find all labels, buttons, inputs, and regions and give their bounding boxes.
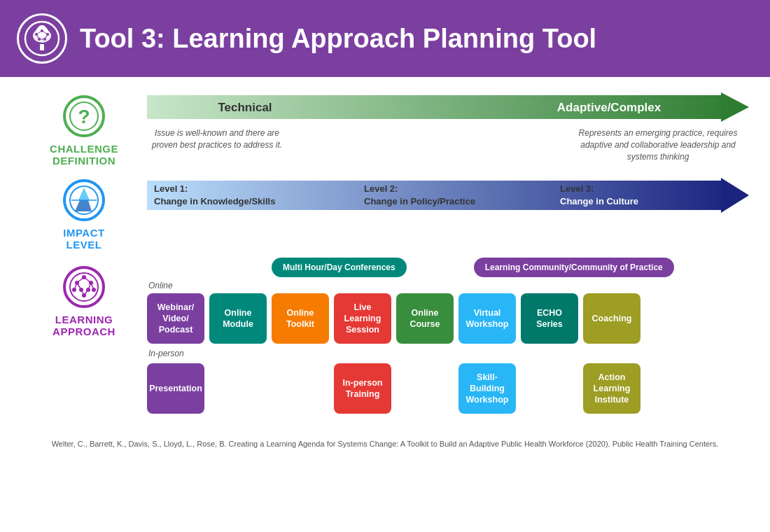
card-online-toolkit: OnlineToolkit	[272, 293, 329, 344]
tree-icon	[24, 20, 60, 57]
card-skill-building: Skill-BuildingWorkshop	[458, 363, 516, 414]
learning-section: LEARNING APPROACH Multi Hour/Day Confere…	[21, 258, 749, 414]
impact-line1: IMPACT	[63, 227, 104, 239]
svg-text:Level 1:: Level 1:	[154, 183, 188, 194]
impact-icon	[62, 178, 106, 223]
challenge-desc-left: Issue is well-known and there are proven…	[147, 127, 287, 162]
impact-section: IMPACT LEVEL Level	[21, 175, 749, 251]
online-cards-row: Webinar/Video/Podcast OnlineModule Onlin…	[147, 293, 749, 344]
card-live-learning: LiveLearningSession	[334, 293, 391, 344]
impact-arrow-svg: Level 1: Change in Knowledge/Skills Leve…	[147, 175, 749, 216]
challenge-label: ? CHALLENGE DEFINITION	[21, 91, 147, 167]
learning-line2: APPROACH	[52, 326, 115, 337]
impact-label-text: IMPACT LEVEL	[63, 227, 104, 251]
svg-text:Change in Knowledge/Skills: Change in Knowledge/Skills	[154, 196, 275, 206]
svg-text:?: ?	[78, 106, 90, 127]
learning-label: LEARNING APPROACH	[21, 258, 147, 337]
svg-text:Level 2:: Level 2:	[364, 183, 398, 194]
banners-row: Multi Hour/Day Conferences Learning Comm…	[209, 258, 749, 277]
impact-label: IMPACT LEVEL	[21, 175, 147, 251]
card-presentation: Presentation	[147, 363, 204, 414]
learning-icon	[62, 265, 106, 309]
svg-text:Technical: Technical	[218, 101, 272, 114]
header: Tool 3: Learning Approach Planning Tool	[0, 0, 770, 77]
footer-citation: Welter, C., Barrett, K., Davis, S., Lloy…	[52, 440, 719, 448]
challenge-descriptions: Issue is well-known and there are proven…	[147, 127, 749, 162]
svg-text:Change in Policy/Practice: Change in Policy/Practice	[364, 196, 475, 206]
svg-marker-28	[721, 178, 749, 213]
card-online-course: OnlineCourse	[396, 293, 454, 344]
svg-text:Level 3:: Level 3:	[560, 183, 594, 194]
svg-text:Adaptive/Complex: Adaptive/Complex	[557, 101, 662, 114]
impact-arrow-row: Level 1: Change in Knowledge/Skills Leve…	[147, 175, 749, 216]
banner-learning-community: Learning Community/Community of Practice	[474, 258, 674, 277]
svg-marker-19	[721, 92, 749, 122]
learning-line1: LEARNING	[55, 314, 113, 326]
challenge-line1: CHALLENGE	[50, 143, 118, 155]
card-virtual-workshop: VirtualWorkshop	[458, 293, 516, 344]
impact-line2: LEVEL	[66, 239, 102, 251]
challenge-label-text: CHALLENGE DEFINITION	[50, 143, 118, 167]
online-label: Online	[148, 281, 749, 290]
learning-label-text: LEARNING APPROACH	[52, 314, 115, 337]
challenge-arrow-svg: Technical Adaptive/Complex	[147, 91, 749, 123]
card-online-module: OnlineModule	[209, 293, 267, 344]
card-inperson-training: In-personTraining	[334, 363, 391, 414]
challenge-arrow-container: Technical Adaptive/Complex Issue is well…	[147, 91, 749, 168]
challenge-section: ? CHALLENGE DEFINITION	[21, 91, 749, 168]
challenge-icon: ?	[62, 94, 106, 139]
header-logo	[17, 13, 67, 64]
inperson-label: In-person	[148, 349, 749, 358]
challenge-desc-right: Represents an emerging practice, require…	[567, 127, 749, 162]
card-action-learning: ActionLearningInstitute	[583, 363, 640, 414]
banner-multi-hour: Multi Hour/Day Conferences	[272, 258, 407, 277]
learning-content: Multi Hour/Day Conferences Learning Comm…	[147, 258, 749, 414]
card-echo-series: ECHOSeries	[521, 293, 578, 344]
challenge-content: Technical Adaptive/Complex Issue is well…	[147, 91, 749, 168]
main-content: ? CHALLENGE DEFINITION	[0, 77, 770, 428]
impact-content: Level 1: Change in Knowledge/Skills Leve…	[147, 175, 749, 221]
card-webinar: Webinar/Video/Podcast	[147, 293, 204, 344]
inperson-cards-row: Presentation In-personTraining Skill-Bui…	[147, 363, 749, 414]
svg-text:Change in Culture: Change in Culture	[560, 196, 638, 206]
footer: Welter, C., Barrett, K., Davis, S., Lloy…	[0, 435, 770, 454]
card-coaching: Coaching	[583, 293, 640, 344]
page-title: Tool 3: Learning Approach Planning Tool	[80, 24, 596, 54]
challenge-line2: DEFINITION	[52, 155, 115, 167]
svg-rect-1	[40, 44, 44, 50]
